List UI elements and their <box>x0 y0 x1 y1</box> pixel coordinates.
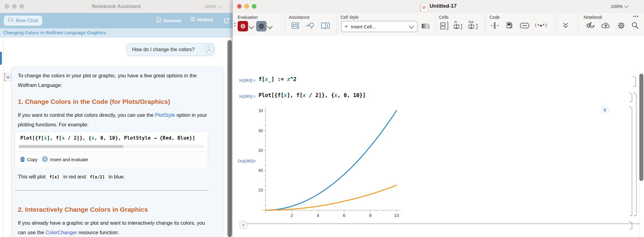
toolbar-divider <box>485 14 485 35</box>
plotstyle-link[interactable]: PlotStyle <box>155 112 175 118</box>
toolbar-divider <box>285 14 285 35</box>
toolbar-divider <box>555 14 556 35</box>
chevron-down-icon <box>409 23 414 29</box>
light-dark-mode-icon[interactable] <box>586 22 595 30</box>
comment-icon[interactable]: (*▪*) <box>534 23 547 28</box>
evaluate-menu-chevron-icon[interactable] <box>250 25 253 28</box>
cell-bracket-in363[interactable] <box>632 76 637 87</box>
svg-text:2: 2 <box>291 213 293 218</box>
notebook-toolbar: Evaluation Assistance Cell St <box>233 13 644 36</box>
toolbar-divider <box>337 14 337 35</box>
section2-text-post: resource function: <box>77 230 119 235</box>
group-cells-icon[interactable] <box>440 21 449 31</box>
section2-heading: 2. Interactively Change Colors in Graphi… <box>18 206 148 213</box>
insert-evaluate-button[interactable]: Insert and evaluate <box>42 156 88 163</box>
panel-edge-divider <box>3 38 3 237</box>
move-output-cell-icon[interactable]: Out <box>468 20 480 31</box>
search-icon[interactable] <box>631 22 639 30</box>
sources-button[interactable]: Sources <box>156 17 181 24</box>
cell-bracket-in365[interactable] <box>629 92 633 102</box>
clipboard-icon <box>20 156 25 163</box>
user-avatar <box>205 45 214 54</box>
magnification-control[interactable]: 100% <box>204 4 221 9</box>
intro-text: To change the colors in your plot or gra… <box>18 73 197 88</box>
inline-code-fx2: f[x/2] <box>87 174 107 180</box>
dynamic-updating-button[interactable] <box>256 21 267 31</box>
group-label-cell-style: Cell Style <box>340 15 359 20</box>
user-message-bubble: How do I change the colors? <box>126 43 215 56</box>
assistant-toolbar: New Chat Sources History <box>0 13 233 28</box>
result-post: in blue. <box>107 174 125 179</box>
toolbar-collapse-icon[interactable] <box>233 22 236 28</box>
result-pre: This will plot <box>18 174 47 179</box>
svg-text:4: 4 <box>317 213 319 218</box>
magnification-value: 100% <box>204 4 216 9</box>
user-message-text: How do I change the colors? <box>132 47 195 52</box>
move-input-cell-icon[interactable]: In <box>453 20 464 31</box>
group-label-assistance: Assistance <box>289 15 310 20</box>
svg-text:60: 60 <box>259 148 263 153</box>
toggle-output-button[interactable] <box>601 106 609 114</box>
cell-bracket-out365[interactable] <box>629 106 633 216</box>
evaluate-button[interactable] <box>238 21 248 31</box>
group-label-code: Code <box>489 15 500 20</box>
toolbar-overflow-icon[interactable]: ••• <box>633 14 639 19</box>
code-hscrollbar-thumb[interactable] <box>19 145 123 148</box>
notebook-scrollbar-thumb[interactable] <box>639 74 643 181</box>
cell-label-in365: In[365]:= <box>237 94 256 99</box>
evaluate-spikey-icon <box>42 156 48 163</box>
copy-button[interactable]: Copy <box>20 156 38 163</box>
mathematica-app-icon <box>420 4 427 11</box>
output-plot-graphic[interactable]: 24681020406080100 <box>259 105 408 220</box>
cloud-publish-icon[interactable] <box>601 21 611 30</box>
cell-background-icon[interactable]: ] <box>422 23 429 29</box>
ellipsis-cell-icon[interactable] <box>520 22 529 29</box>
conversation-header: Changing Colors in Wolfram Language Grap… <box>0 28 233 38</box>
input-cell-365[interactable]: Plot[{f[x], f[x / 2]}, {x, 0, 10}] <box>259 92 366 98</box>
chat-assistant-icon[interactable] <box>291 22 300 30</box>
insert-cell-value: Insert Cell… <box>351 24 376 29</box>
history-button[interactable]: History <box>190 17 213 22</box>
notebook-titlebar: Untitled-17 100% <box>233 0 644 13</box>
conversation-title[interactable]: Changing Colors in Wolfram Language Grap… <box>3 30 106 35</box>
assistant-avatar-icon <box>4 73 11 81</box>
code-hscrollbar-track[interactable] <box>18 145 205 148</box>
iconize-icon[interactable] <box>505 22 513 30</box>
open-external-icon[interactable] <box>223 18 230 25</box>
documentation-book-icon[interactable] <box>321 22 330 30</box>
notebook-content-area[interactable]: In[363]:= f[x_] := x^2 In[365]:= Plot[{f… <box>233 36 644 237</box>
person-icon <box>205 46 213 53</box>
suggested-code[interactable]: Plot[{f[x], f[x / 2]}, {x, 0, 10}, PlotS… <box>20 135 205 141</box>
code-row[interactable]: Plot[{f[x], f[x / 2]}, {x, 0, 10}, PlotS… <box>15 132 208 151</box>
suggestions-lightbulb-icon[interactable] <box>305 22 315 30</box>
cell-insertion-line[interactable] <box>247 223 640 224</box>
document-plus-icon <box>156 17 161 24</box>
insertion-cell-bracket[interactable] <box>629 221 633 230</box>
expand-toolbar-double-chevron-icon[interactable] <box>561 22 570 29</box>
plus-icon: + <box>344 23 348 30</box>
insert-cell-dropdown[interactable]: + Insert Cell… <box>341 21 417 32</box>
magnification-value: 100% <box>611 4 622 9</box>
magnification-control[interactable]: 100% <box>611 4 627 9</box>
new-chat-label: New Chat <box>16 18 38 23</box>
cell-label-out365: Out[365]= <box>238 159 256 163</box>
gear-settings-icon[interactable] <box>617 21 626 30</box>
dynamic-menu-chevron-icon[interactable] <box>268 25 272 28</box>
history-label: History <box>197 17 213 22</box>
insert-cell-plus-button[interactable]: + <box>239 221 247 229</box>
section1-heading: 1. Change Colors in the Code (for Plots/… <box>18 98 170 105</box>
svg-text:6: 6 <box>343 213 345 218</box>
new-chat-button[interactable]: New Chat <box>4 16 42 26</box>
input-cell-363[interactable]: f[x_] := x^2 <box>259 76 296 82</box>
spikey-icon <box>6 75 10 79</box>
section1-paragraph: If you want to control the plot colors d… <box>18 110 207 129</box>
assistant-scrollbar-thumb[interactable] <box>227 40 232 237</box>
cell-group-bracket[interactable] <box>633 92 637 216</box>
select-placeholder-icon[interactable] <box>491 22 499 30</box>
colorchanger-link[interactable]: ColorChanger <box>46 230 77 235</box>
code-actions-row: Copy Insert and evaluate <box>15 151 208 167</box>
group-label-evaluation: Evaluation <box>238 15 258 20</box>
background-window-edge <box>0 52 2 65</box>
notebook-window: Untitled-17 100% Evaluation Assistance <box>233 0 644 237</box>
inline-code-fx: f[x] <box>47 174 62 180</box>
